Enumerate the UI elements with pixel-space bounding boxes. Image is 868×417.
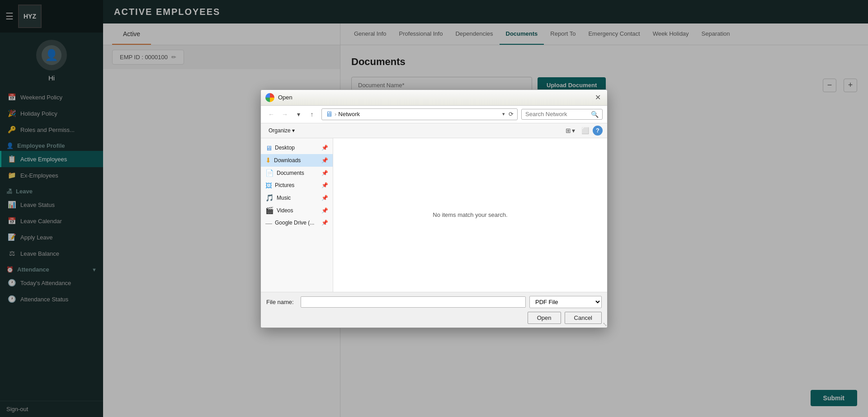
videos-icon: 🎬	[265, 206, 274, 215]
pin-icon: 📌	[321, 207, 328, 214]
nav-up-button[interactable]: ↑	[306, 109, 318, 120]
favorite-desktop[interactable]: 🖥 Desktop 📌	[261, 142, 333, 154]
dialog-actions: Open Cancel	[266, 312, 602, 324]
view-options-button[interactable]: ⊞ ▾	[563, 125, 577, 136]
music-icon: 🎵	[265, 194, 274, 202]
view-dropdown-icon: ▾	[572, 127, 575, 134]
desktop-icon: 🖥	[265, 144, 272, 152]
favorite-label: Videos	[277, 207, 293, 214]
organize-button[interactable]: Organize ▾	[265, 126, 298, 135]
favorite-videos[interactable]: 🎬 Videos 📌	[261, 204, 333, 217]
path-icon: 🖥	[326, 110, 333, 118]
file-name-label: File name:	[266, 299, 297, 305]
pin-icon: 📌	[321, 195, 328, 201]
documents-folder-icon: 📄	[265, 169, 274, 177]
favorite-label: Google Drive (...	[275, 220, 314, 226]
dialog-toolbar: Organize ▾ ⊞ ▾ ⬜ ?	[261, 123, 607, 138]
favorite-label: Documents	[277, 170, 304, 176]
dialog-close-button[interactable]: ✕	[593, 93, 603, 103]
search-input[interactable]	[525, 111, 589, 117]
search-bar[interactable]: 🔍	[521, 109, 603, 120]
grid-view-icon: ⊞	[566, 127, 571, 134]
favorite-downloads[interactable]: ⬇ Downloads 📌	[261, 154, 333, 167]
favorite-google-drive[interactable]: — Google Drive (... 📌	[261, 217, 333, 229]
refresh-button[interactable]: ⟳	[509, 111, 514, 117]
path-separator: ›	[335, 111, 336, 117]
chrome-icon	[265, 93, 274, 102]
pin-icon: 📌	[321, 157, 328, 164]
pin-icon: 📌	[321, 170, 328, 176]
file-name-row: File name: PDF File All Files	[266, 296, 602, 308]
pin-icon: 📌	[321, 182, 328, 188]
preview-pane-button[interactable]: ⬜	[579, 125, 591, 136]
favorite-label: Pictures	[275, 182, 294, 188]
favorite-label: Desktop	[275, 145, 295, 151]
file-dialog: Open ✕ ← → ▾ ↑ 🖥 › Network ▾ ⟳ 🔍 O	[260, 89, 608, 328]
help-button[interactable]: ?	[593, 126, 603, 136]
path-bar[interactable]: 🖥 › Network ▾ ⟳	[321, 108, 518, 120]
dialog-bottom: File name: PDF File All Files Open Cance…	[261, 292, 607, 328]
google-drive-icon: —	[265, 219, 272, 227]
pin-icon: 📌	[321, 220, 328, 226]
file-type-select[interactable]: PDF File All Files	[529, 296, 602, 308]
dialog-favorites-panel: 🖥 Desktop 📌 ⬇ Downloads 📌 📄 Documents 📌 …	[261, 138, 333, 292]
dialog-title-text: Open	[278, 94, 589, 101]
dialog-cancel-button[interactable]: Cancel	[565, 312, 602, 324]
nav-forward-button[interactable]: →	[279, 109, 291, 120]
pictures-icon: 🖼	[265, 182, 272, 189]
file-dialog-overlay: Open ✕ ← → ▾ ↑ 🖥 › Network ▾ ⟳ 🔍 O	[0, 0, 868, 417]
dialog-nav: ← → ▾ ↑ 🖥 › Network ▾ ⟳ 🔍	[261, 106, 607, 123]
preview-icon: ⬜	[581, 127, 589, 134]
favorite-label: Music	[277, 195, 291, 201]
dialog-title-bar: Open ✕	[261, 90, 607, 106]
dialog-body: 🖥 Desktop 📌 ⬇ Downloads 📌 📄 Documents 📌 …	[261, 138, 607, 292]
path-location: Network	[338, 111, 360, 117]
file-name-input[interactable]	[301, 296, 526, 308]
path-dropdown-arrow[interactable]: ▾	[502, 111, 505, 117]
nav-dropdown-button[interactable]: ▾	[292, 109, 304, 120]
pin-icon: 📌	[321, 145, 328, 151]
favorite-label: Downloads	[274, 157, 301, 164]
nav-back-button[interactable]: ←	[265, 109, 277, 120]
search-icon: 🔍	[591, 111, 599, 118]
organize-dropdown-icon: ▾	[292, 127, 295, 134]
favorite-music[interactable]: 🎵 Music 📌	[261, 192, 333, 204]
favorite-pictures[interactable]: 🖼 Pictures 📌	[261, 179, 333, 192]
no-items-text: No items match your search.	[433, 211, 507, 218]
dialog-content-area: No items match your search.	[333, 138, 607, 292]
dialog-open-button[interactable]: Open	[528, 312, 561, 324]
downloads-icon: ⬇	[265, 156, 271, 164]
dialog-resize-handle[interactable]: ⤡	[601, 321, 607, 328]
favorite-documents[interactable]: 📄 Documents 📌	[261, 167, 333, 179]
view-icons: ⊞ ▾ ⬜ ?	[563, 125, 603, 136]
